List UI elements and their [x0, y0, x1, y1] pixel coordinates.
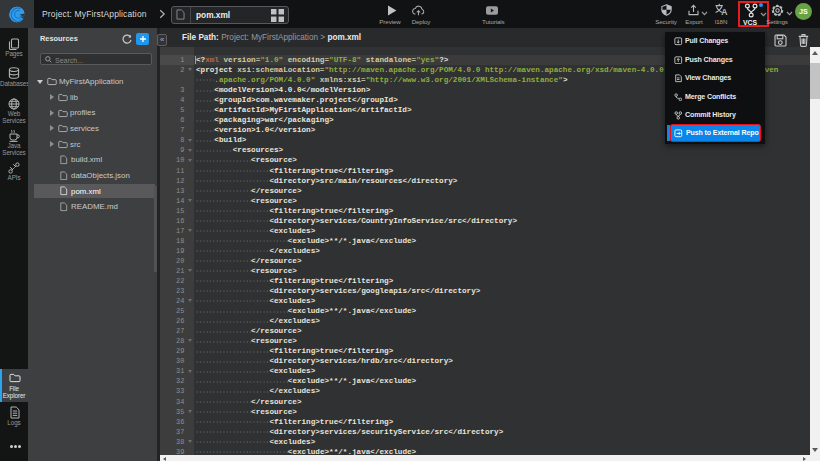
svg-text:A: A — [721, 7, 727, 15]
